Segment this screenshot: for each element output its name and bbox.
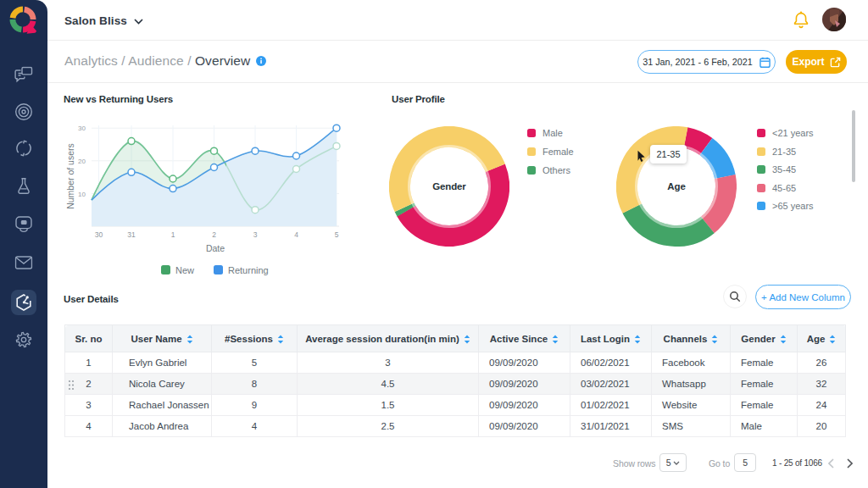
svg-text:Returning: Returning — [228, 265, 269, 275]
svg-text:30: 30 — [95, 230, 103, 239]
svg-text:20: 20 — [78, 158, 86, 165]
svg-text:10: 10 — [78, 191, 86, 198]
svg-text:1: 1 — [171, 230, 175, 239]
svg-text:Number of users: Number of users — [65, 143, 75, 209]
svg-text:3: 3 — [253, 230, 258, 239]
svg-text:30: 30 — [78, 125, 86, 132]
svg-text:4: 4 — [294, 230, 298, 239]
svg-text:2: 2 — [212, 230, 216, 239]
svg-text:New: New — [175, 265, 194, 275]
svg-text:Date: Date — [206, 243, 225, 253]
svg-text:31: 31 — [127, 230, 136, 239]
svg-text:5: 5 — [335, 230, 339, 239]
